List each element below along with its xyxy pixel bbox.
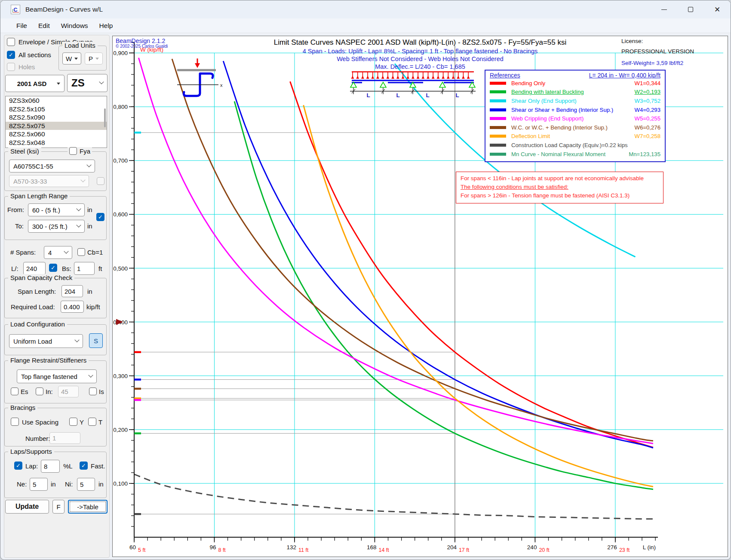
y-checkbox[interactable] bbox=[69, 418, 77, 426]
bs-label: Bs: bbox=[62, 265, 71, 272]
minimize-icon bbox=[661, 9, 667, 10]
code-select[interactable]: 2001 ASD bbox=[5, 75, 64, 92]
required-load-input[interactable] bbox=[61, 301, 84, 313]
bracings-group: Bracings Use Spacing Y T Number: bbox=[4, 408, 107, 446]
section-list-item[interactable]: 8ZS2.5x048 bbox=[6, 138, 107, 147]
fya-checkbox[interactable] bbox=[69, 147, 77, 155]
section-list-item[interactable]: 8ZS2.5x075 bbox=[6, 122, 107, 130]
chevron-down-icon bbox=[74, 338, 79, 342]
envelope-checkbox[interactable] bbox=[7, 38, 15, 46]
holes-checkbox[interactable] bbox=[7, 63, 15, 71]
legend-color-chip bbox=[490, 90, 506, 93]
legend-value: W2=0,193 bbox=[635, 89, 660, 95]
menu-edit[interactable]: Edit bbox=[34, 20, 55, 31]
s-button-label: S bbox=[94, 337, 98, 345]
legend-value: W6=0,276 bbox=[635, 124, 660, 131]
in-checkbox[interactable] bbox=[36, 388, 43, 395]
to-select[interactable]: 300 - (25 ft.) bbox=[28, 220, 85, 233]
steel-grade2-select[interactable]: A570-33-33 bbox=[9, 175, 89, 187]
ni-input[interactable] bbox=[77, 478, 95, 491]
legend-title[interactable]: References bbox=[490, 72, 520, 79]
table-button-label: ->Table bbox=[77, 503, 98, 511]
holes-row[interactable]: Holes bbox=[7, 63, 35, 71]
close-button[interactable]: ✕ bbox=[704, 0, 731, 18]
flange-select[interactable]: Top flange fastened bbox=[17, 369, 97, 383]
code-select-value: 2001 ASD bbox=[9, 80, 54, 87]
curve-construction-load-capacity-equiv- bbox=[134, 474, 653, 519]
svg-text:8 ft: 8 ft bbox=[218, 547, 226, 553]
fya-row[interactable]: Fya bbox=[68, 147, 92, 155]
app-version: BeamDesign 2.1.2 bbox=[116, 37, 168, 44]
chevron-down-icon bbox=[64, 249, 68, 254]
family-select[interactable]: ZS bbox=[67, 74, 108, 92]
es-checkbox[interactable] bbox=[11, 388, 18, 395]
menu-windows[interactable]: Windows bbox=[56, 20, 93, 31]
table-button[interactable]: ->Table bbox=[68, 500, 108, 514]
y-label: Y bbox=[80, 418, 84, 426]
svg-text:17 ft: 17 ft bbox=[459, 547, 470, 553]
ni-label: Ni: bbox=[65, 480, 73, 488]
load-config-title: Load Configuration bbox=[8, 320, 67, 328]
number-label: Number: bbox=[25, 435, 50, 442]
is-checkbox[interactable] bbox=[89, 388, 97, 395]
to-unit: in bbox=[87, 222, 92, 230]
steel-title: Steel (ksi) bbox=[8, 148, 41, 155]
number-input[interactable] bbox=[49, 432, 80, 444]
steel-grade-select[interactable]: A60755C1-55 bbox=[9, 160, 95, 172]
sections-listbox[interactable]: 9ZS3x0608ZS2.5x1058ZS2.5x0908ZS2.5x0758Z… bbox=[5, 96, 107, 148]
svg-text:0,300: 0,300 bbox=[113, 373, 128, 379]
legend-color-chip bbox=[490, 99, 506, 102]
s-button[interactable]: S bbox=[89, 333, 103, 348]
bs-input[interactable] bbox=[74, 262, 95, 275]
in-input[interactable] bbox=[58, 386, 79, 397]
cb1-checkbox[interactable] bbox=[77, 248, 85, 256]
l-over-input[interactable] bbox=[23, 262, 46, 275]
f-button[interactable]: F bbox=[52, 500, 64, 514]
legend-color-chip bbox=[490, 108, 506, 111]
legend-row: Bending OnlyW1=0,344 bbox=[490, 79, 660, 88]
t-checkbox[interactable] bbox=[88, 418, 96, 426]
minimize-button[interactable] bbox=[651, 0, 677, 18]
w-units-button[interactable]: W bbox=[62, 52, 81, 65]
chevron-down-icon bbox=[88, 373, 93, 378]
lap-checkbox[interactable]: ✓ bbox=[14, 462, 22, 470]
legend-color-chip bbox=[490, 117, 506, 120]
legend-value: Mn=123,135 bbox=[629, 151, 660, 157]
l-over-checkbox[interactable]: ✓ bbox=[49, 264, 57, 272]
legend-label: Web Crippling (End Support) bbox=[511, 115, 632, 122]
span-length-input[interactable] bbox=[61, 285, 83, 297]
chevron-down-icon bbox=[76, 223, 81, 228]
maximize-button[interactable] bbox=[677, 0, 704, 18]
warning-line-3: For spans > 126in - Tension flange must … bbox=[461, 191, 659, 200]
all-sections-label: All sections bbox=[18, 51, 51, 58]
span-range-checkbox[interactable]: ✓ bbox=[96, 213, 104, 221]
steel-extra-checkbox[interactable] bbox=[97, 177, 104, 185]
fya-label: Fya bbox=[80, 148, 90, 155]
svg-text:0,200: 0,200 bbox=[113, 427, 128, 433]
legend-value: W5=0,255 bbox=[635, 115, 660, 122]
p-units-button[interactable]: P bbox=[85, 52, 103, 65]
section-list-item[interactable]: 9ZS3x060 bbox=[6, 96, 107, 105]
fast-checkbox[interactable]: ✓ bbox=[80, 462, 88, 470]
legend-label: Shear or Shear + Bending (Interior Sup.) bbox=[511, 107, 632, 113]
update-button[interactable]: Update bbox=[5, 500, 49, 514]
spans-select[interactable]: 4 bbox=[44, 246, 72, 259]
all-sections-checkbox[interactable]: ✓ bbox=[7, 51, 15, 59]
menu-help[interactable]: Help bbox=[95, 20, 118, 31]
from-select[interactable]: 60 - (5 ft.) bbox=[28, 203, 85, 216]
load-config-select[interactable]: Uniform Load bbox=[9, 334, 83, 348]
use-spacing-checkbox[interactable] bbox=[11, 418, 19, 426]
titlebar: C BeamDesign - Curves w/L ✕ bbox=[0, 0, 731, 18]
menu-file[interactable]: File bbox=[12, 20, 32, 31]
svg-text:96: 96 bbox=[209, 544, 216, 551]
all-sections-row[interactable]: ✓ All sections bbox=[7, 51, 51, 59]
section-list-item[interactable]: 8ZS2.5x090 bbox=[6, 113, 107, 122]
check-icon: ✓ bbox=[98, 214, 103, 220]
section-list-item[interactable]: 8ZS2.5x105 bbox=[6, 105, 107, 114]
from-unit: in bbox=[87, 206, 92, 213]
list-scrollbar[interactable] bbox=[104, 108, 106, 127]
svg-text:20 ft: 20 ft bbox=[539, 547, 550, 553]
ne-input[interactable] bbox=[30, 478, 48, 491]
section-list-item[interactable]: 8ZS2.5x060 bbox=[6, 130, 107, 138]
lap-input[interactable] bbox=[41, 460, 60, 473]
